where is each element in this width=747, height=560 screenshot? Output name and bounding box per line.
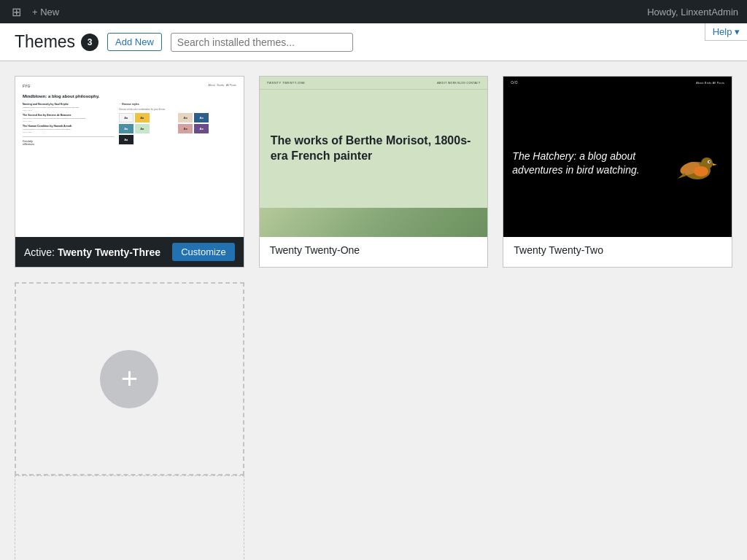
svg-point-3 (694, 166, 708, 176)
theme-screenshot-tt2: O/O About Birds All Posts The Hatchery: … (503, 77, 732, 237)
theme-name-bar-tt2: Twenty Twenty-Two (503, 237, 732, 263)
theme-card-twenty-twenty-one[interactable]: TWENTY TWENTY-ONE ABOUT WORK BLOG CONTAC… (259, 76, 489, 268)
themes-grid: FYG About Books All Posts Mindblown: a b… (15, 76, 732, 475)
main-content: FYG About Books All Posts Mindblown: a b… (0, 61, 747, 560)
theme-screenshot-tt3: FYG About Books All Posts Mindblown: a b… (15, 77, 244, 237)
add-theme-icon: + (100, 350, 158, 408)
theme-name-bar-tt1: Twenty Twenty-One (260, 237, 488, 263)
howdy-text: Howdy, LinxentAdmin (647, 7, 738, 18)
wp-logo-icon: ⊞ (9, 4, 23, 19)
active-label: Active: Twenty Twenty-Three (24, 246, 160, 258)
page-subheader: Themes 3 Add New (0, 23, 747, 61)
placeholder-card (15, 475, 244, 560)
customize-button[interactable]: Customize (172, 243, 234, 261)
add-theme-card[interactable]: + (15, 282, 244, 475)
theme-card-twenty-twenty-three[interactable]: FYG About Books All Posts Mindblown: a b… (15, 76, 244, 268)
active-theme-bar: Active: Twenty Twenty-Three Customize (15, 237, 244, 267)
theme-screenshot-tt1: TWENTY TWENTY-ONE ABOUT WORK BLOG CONTAC… (260, 77, 488, 237)
theme-count-badge: 3 (81, 34, 98, 51)
new-button[interactable]: + New (32, 7, 59, 18)
add-new-button[interactable]: Add New (107, 33, 162, 51)
svg-point-5 (708, 161, 710, 163)
bird-illustration (672, 138, 723, 189)
page-title: Themes 3 (15, 32, 98, 52)
search-input[interactable] (171, 33, 353, 52)
admin-bar: ⊞ + New Howdy, LinxentAdmin (0, 0, 747, 23)
help-button[interactable]: Help ▾ (705, 23, 747, 41)
theme-card-twenty-twenty-two[interactable]: O/O About Birds All Posts The Hatchery: … (503, 76, 732, 268)
